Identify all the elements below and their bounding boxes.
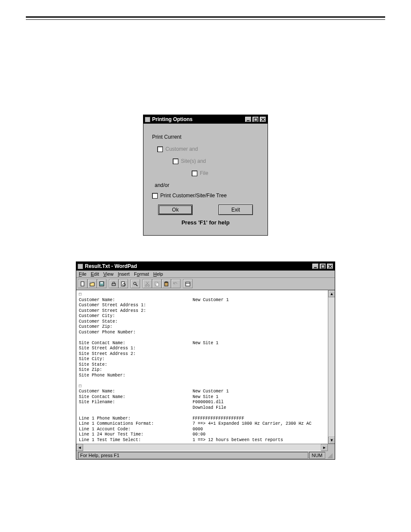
- toolbar: [76, 278, 335, 290]
- copy-icon[interactable]: [152, 279, 162, 288]
- wordpad-titlebar[interactable]: Result.Txt - WordPad: [76, 262, 335, 271]
- printing-options-dialog: Printing Options Print Current Customer …: [143, 115, 268, 236]
- statusbar: For Help, press F1 NUM: [76, 451, 335, 459]
- print-current-label: Print Current: [152, 134, 181, 140]
- print-icon[interactable]: [109, 279, 118, 288]
- menu-view[interactable]: View: [103, 271, 114, 277]
- svg-rect-1: [254, 118, 257, 121]
- resize-grip-icon[interactable]: [326, 452, 333, 459]
- svg-rect-22: [156, 283, 159, 286]
- open-icon[interactable]: [87, 279, 97, 288]
- menu-insert[interactable]: Insert: [118, 271, 130, 277]
- svg-rect-24: [165, 282, 167, 283]
- print-preview-icon[interactable]: [118, 279, 128, 288]
- status-num: NUM: [309, 452, 325, 459]
- file-checkbox[interactable]: [192, 171, 197, 176]
- close-button[interactable]: [327, 263, 333, 269]
- app-icon: [145, 117, 150, 122]
- scroll-down-icon[interactable]: ▼: [328, 437, 335, 444]
- rule-sub: [26, 19, 385, 20]
- svg-rect-11: [112, 283, 115, 286]
- paste-icon[interactable]: [162, 279, 171, 288]
- cut-icon[interactable]: [143, 279, 152, 288]
- wordpad-window: Result.Txt - WordPad File Edit View Inse…: [76, 261, 335, 460]
- sites-checkbox[interactable]: [173, 159, 178, 164]
- help-label: Press 'F1' for help: [152, 219, 259, 226]
- svg-rect-0: [246, 120, 249, 121]
- svg-rect-8: [81, 282, 84, 286]
- rule-top: [26, 16, 385, 18]
- close-button[interactable]: [259, 116, 266, 122]
- document-area[interactable]: □ Customer Name: New Customer 1 Customer…: [76, 290, 335, 444]
- print-tree-checkbox[interactable]: [152, 193, 158, 199]
- svg-rect-10: [100, 282, 103, 283]
- dialog-title: Printing Options: [152, 116, 193, 122]
- scroll-right-icon[interactable]: ►: [321, 444, 328, 451]
- new-icon[interactable]: [78, 279, 87, 288]
- save-icon[interactable]: [97, 279, 106, 288]
- svg-rect-12: [113, 282, 115, 283]
- exit-button[interactable]: Exit: [218, 205, 253, 215]
- file-label: File: [200, 170, 208, 176]
- andor-label: and/or: [155, 182, 259, 188]
- find-icon[interactable]: [131, 279, 140, 288]
- menu-edit[interactable]: Edit: [91, 271, 99, 277]
- menu-format[interactable]: Format: [134, 271, 149, 277]
- titlebar[interactable]: Printing Options: [143, 115, 268, 124]
- sites-and-label: Site(s) and: [181, 158, 206, 164]
- svg-rect-25: [186, 282, 190, 286]
- svg-line-16: [136, 284, 137, 286]
- svg-rect-5: [321, 264, 324, 268]
- customer-and-label: Customer and: [165, 146, 198, 152]
- menu-file[interactable]: File: [79, 271, 87, 277]
- minimize-button[interactable]: [245, 116, 252, 122]
- menubar: File Edit View Insert Format Help: [76, 271, 335, 278]
- maximize-button[interactable]: [319, 263, 326, 269]
- scroll-left-icon[interactable]: ◄: [76, 444, 83, 451]
- minimize-button[interactable]: [312, 263, 319, 269]
- wordpad-title: Result.Txt - WordPad: [85, 263, 137, 269]
- print-tree-label: Print Customer/Site/File Tree: [160, 193, 227, 199]
- wordpad-app-icon: [78, 264, 83, 269]
- document-text: □ Customer Name: New Customer 1 Customer…: [76, 290, 335, 444]
- customer-checkbox[interactable]: [157, 146, 163, 152]
- ok-button[interactable]: Ok: [158, 205, 193, 215]
- maximize-button[interactable]: [252, 116, 259, 122]
- menu-help[interactable]: Help: [153, 271, 163, 277]
- undo-icon[interactable]: [171, 279, 181, 288]
- datetime-icon[interactable]: [183, 279, 193, 288]
- status-text: For Help, press F1: [78, 452, 308, 459]
- svg-rect-4: [314, 267, 316, 268]
- vertical-scrollbar[interactable]: ▲ ▼: [328, 290, 335, 444]
- scroll-up-icon[interactable]: ▲: [328, 290, 335, 297]
- horizontal-scrollbar[interactable]: ◄ ►: [76, 444, 335, 451]
